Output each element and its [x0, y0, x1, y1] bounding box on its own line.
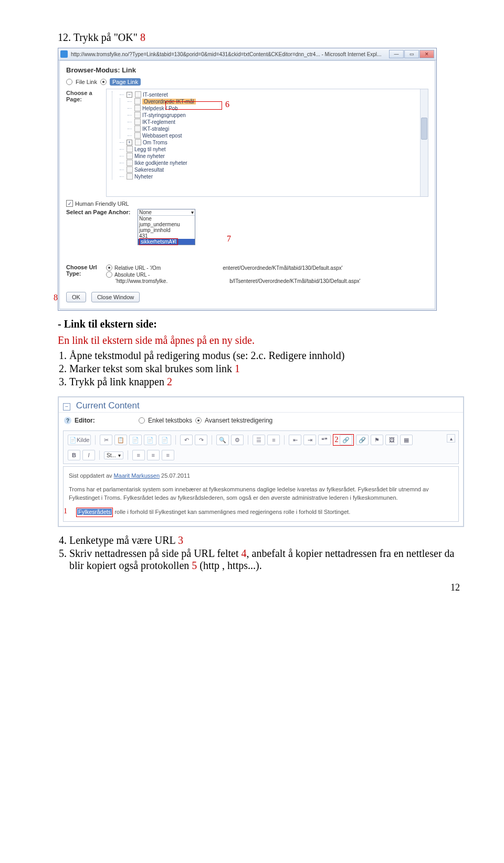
window-title: http://www.tromsfylke.no/?Type=Link&tabi… [71, 51, 388, 57]
minimize-button[interactable]: — [389, 50, 404, 58]
window-titlebar: http://www.tromsfylke.no/?Type=Link&tabi… [58, 48, 436, 60]
page-tree[interactable]: 6 −IT-senteret Overordnede IKT-mål Helpd… [106, 89, 428, 197]
indent-icon[interactable]: ⇥ [303, 435, 316, 445]
dropdown-option-selected[interactable]: sikkerhetsmA¥l [138, 239, 195, 245]
scrollbar-thumb[interactable] [421, 118, 427, 140]
radio-page-link[interactable] [100, 79, 107, 85]
radio-simple-editor[interactable] [139, 417, 145, 424]
bulleted-list-icon[interactable]: ≡ [267, 435, 280, 445]
align-left-icon[interactable]: ≡ [132, 450, 145, 460]
annotation-box-2: 2 🔗 [333, 434, 354, 446]
annotation-8: 8 [54, 293, 58, 302]
numbered-list-icon[interactable]: ☰ [253, 435, 265, 445]
list-item: Åpne tekstmodul på redigering modus (se:… [69, 350, 462, 362]
blockquote-icon[interactable]: ❝❞ [318, 435, 331, 445]
page-icon [127, 153, 133, 159]
tree-item[interactable]: Webbasert epost [128, 132, 427, 139]
label-advanced-editor: Avansert tekstredigering [205, 417, 272, 424]
screenshot-browser-link: http://www.tromsfylke.no/?Type=Link&tabi… [58, 48, 437, 311]
align-right-icon[interactable]: ≡ [162, 450, 174, 460]
toolbar-expand-icon[interactable]: ▴ [447, 434, 455, 443]
align-center-icon[interactable]: ≡ [147, 450, 160, 460]
page-icon [127, 173, 133, 180]
source-button[interactable]: 📄 Kilde [68, 435, 91, 445]
screenshot-editor: − Current Content ? Editor: Enkel tekstb… [58, 396, 464, 527]
tree-item[interactable]: Nyheter [120, 173, 427, 180]
label-absolute-url: Absolute URL - [114, 272, 150, 278]
editor-content-area[interactable]: Sist oppdatert av Maarit Markussen 25.07… [63, 466, 459, 522]
dropdown-option[interactable]: None [138, 216, 195, 222]
radio-advanced-editor[interactable] [195, 417, 202, 424]
help-icon[interactable]: ? [64, 417, 71, 424]
list-item: Marker tekst som skal brukes som link 1 [69, 363, 462, 375]
page-icon [134, 98, 141, 104]
annotation-1: 1 [64, 506, 67, 517]
list-item: Lenketype må være URL 3 [69, 534, 462, 546]
paste-text-icon[interactable]: 📄 [144, 435, 156, 445]
ok-button[interactable]: OK [66, 292, 86, 302]
label-page-link: Page Link [110, 78, 141, 86]
image-icon[interactable]: 🖼 [385, 435, 398, 445]
checkbox-human-url[interactable]: ✓ [66, 200, 73, 207]
section-title-external-link: Link til ekstern side: [58, 318, 462, 330]
select-anchor-dropdown[interactable]: None▾ None jump_undermenu jump_innhold 4… [138, 209, 195, 245]
tree-item[interactable]: Ikke godkjente nyheter [120, 160, 427, 166]
paragraph-1: Troms har et parlamentarisk system som i… [69, 486, 453, 502]
radio-relative-url[interactable] [106, 265, 112, 271]
dropdown-option[interactable]: jump_undermenu [138, 222, 195, 227]
expand-icon[interactable]: + [127, 140, 132, 145]
collapse-icon[interactable]: − [63, 403, 70, 411]
paragraph-2: Fylkesrådets rolle i forhold til Fylkest… [69, 508, 453, 517]
tree-item[interactable]: IKT-reglement [128, 119, 427, 125]
close-button[interactable]: ✕ [419, 50, 434, 58]
tree-item[interactable]: IT-styringsgruppen [128, 112, 427, 118]
radio-file-link[interactable] [66, 79, 72, 85]
label-editor: Editor: [75, 417, 111, 424]
page-icon [127, 146, 133, 152]
label-relative-tail: enteret/Overordnede/KTmål/tabid/130/Defa… [223, 265, 342, 271]
italic-icon[interactable]: I [82, 450, 95, 460]
tree-item[interactable]: IKT-strategi [128, 125, 427, 132]
radio-absolute-url[interactable] [106, 271, 112, 278]
label-absolute-tail1: 'http://www.tromsfylke. [116, 278, 167, 284]
tree-item[interactable]: +Om Troms [120, 139, 427, 145]
tree-item[interactable]: Legg til nyhet [120, 146, 427, 152]
anchor-icon[interactable]: ⚑ [371, 435, 383, 445]
cut-icon[interactable]: ✂ [100, 435, 112, 445]
replace-icon[interactable]: ⚙ [231, 435, 244, 445]
tree-item[interactable]: Søkeresultat [120, 166, 427, 173]
maximize-button[interactable]: ▭ [404, 50, 419, 58]
label-absolute-tail2: b/ITsenteret/Overordnede/KTmål/tabid/130… [229, 278, 360, 284]
collapse-icon[interactable]: − [127, 92, 132, 98]
tree-item[interactable]: −IT-senteret [120, 91, 427, 98]
scrollbar[interactable] [420, 89, 428, 196]
label-file-link: File Link [76, 79, 97, 85]
author-link[interactable]: Maarit Markussen [114, 472, 160, 479]
tree-item[interactable]: Overordnede IKT-mål [128, 98, 427, 104]
copy-icon[interactable]: 📋 [114, 435, 127, 445]
link-icon[interactable]: 🔗 [340, 435, 352, 445]
redo-icon[interactable]: ↷ [195, 435, 207, 445]
undo-icon[interactable]: ↶ [180, 435, 193, 445]
table-icon[interactable]: ▦ [400, 435, 413, 445]
list-text: Trykk på "OK" [74, 31, 138, 43]
style-select[interactable]: St... ▾ [104, 451, 123, 459]
paste-word-icon[interactable]: 📄 [159, 435, 171, 445]
annotation-7: 7 [227, 234, 231, 244]
bold-icon[interactable]: B [68, 450, 80, 460]
find-icon[interactable]: 🔍 [216, 435, 229, 445]
dropdown-option[interactable]: jump_innhold [138, 227, 195, 233]
page-icon [134, 112, 141, 118]
tree-item[interactable]: Mine nyheter [120, 153, 427, 159]
dialog-title: Browser-Modus: Link [66, 66, 428, 74]
ie-icon [60, 50, 68, 58]
label-relative-url: Relative URL - '/Om [114, 265, 161, 271]
label-choose-page: Choose a Page: [66, 89, 103, 197]
annotation-box-1: Fylkesrådets [76, 508, 113, 517]
close-window-button[interactable]: Close Window [91, 292, 140, 302]
last-updated: Sist oppdatert av Maarit Markussen 25.07… [69, 471, 453, 480]
paste-icon[interactable]: 📄 [129, 435, 142, 445]
tree-item[interactable]: Helpdesk / Pob [128, 105, 427, 111]
outdent-icon[interactable]: ⇤ [289, 435, 301, 445]
unlink-icon[interactable]: 🔗̸ [356, 435, 369, 445]
